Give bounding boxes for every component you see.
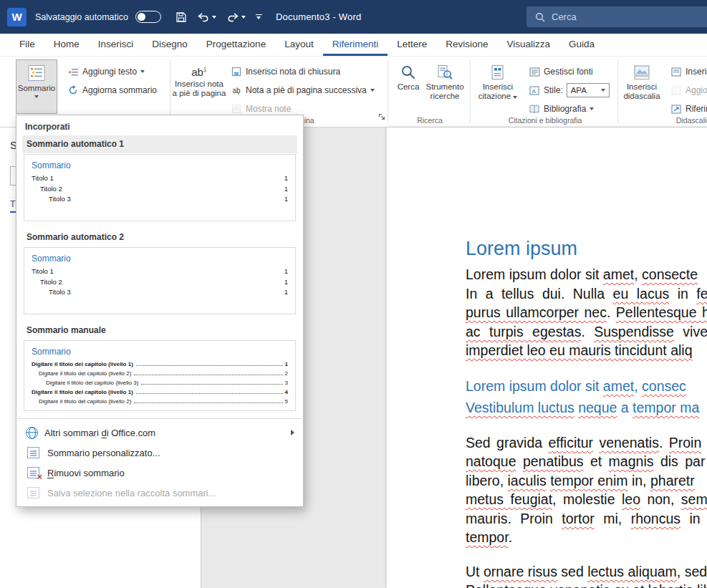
text-line: ac turpis egestas. Suspendisse viverr bbox=[466, 322, 707, 342]
customize-toolbar-button[interactable] bbox=[256, 14, 262, 20]
tab-riferimenti[interactable]: Riferimenti bbox=[323, 34, 388, 56]
spellcheck-squiggle: consecte bbox=[642, 266, 698, 282]
nota-chiusura-label: Inserisci nota di chiusura bbox=[246, 67, 340, 77]
tab-layout[interactable]: Layout bbox=[275, 34, 323, 56]
search-box[interactable]: Cerca bbox=[526, 6, 707, 27]
spellcheck-squiggle: consec bbox=[642, 378, 686, 394]
nota-chiusura-button[interactable]: Inserisci nota di chiusura bbox=[226, 63, 379, 80]
spellcheck-squiggle: leo bbox=[622, 491, 640, 507]
aggiungi-testo-button[interactable]: Aggiungi testo bbox=[63, 63, 161, 80]
spellcheck-squiggle: pharetr bbox=[650, 473, 695, 488]
spellcheck-squiggle: Suspendisse bbox=[594, 324, 674, 339]
submenu-chevron-icon bbox=[291, 430, 294, 435]
aggiorna-sommario-button[interactable]: Aggiorna sommario bbox=[63, 82, 161, 99]
spellcheck-squiggle: tempor ma bbox=[633, 400, 699, 415]
paragraph: Sed gravida efficitur venenatis. Proinna… bbox=[466, 433, 707, 547]
riferimento-incrociato-label: Riferimento bbox=[686, 104, 707, 114]
toc-gallery-title: Sommario manuale bbox=[22, 322, 297, 339]
toc-preview-row: Digitare il titolo del capitolo (livello… bbox=[32, 369, 288, 378]
spellcheck-squiggle: imperdiet leo eu mauris tincidunt aliq bbox=[466, 342, 693, 358]
chevron-down-icon bbox=[513, 96, 517, 99]
menu-item-altri-sommari-office[interactable]: Altri sommari di Office.com bbox=[16, 423, 303, 443]
toc-preview-row: Titolo 31 bbox=[32, 194, 288, 205]
save-icon bbox=[175, 11, 187, 23]
text-line: mauris. Proin tortor mi, rhoncus in bbox=[466, 509, 707, 529]
gestisci-fonti-label: Gestisci fonti bbox=[544, 67, 593, 77]
bibliography-icon bbox=[529, 103, 540, 115]
tab-guida[interactable]: Guida bbox=[559, 34, 604, 56]
group-didascalie: Inseriscididascalia Inserisci Aggiorna R… bbox=[622, 59, 707, 127]
bibliografia-button[interactable]: Bibliografia bbox=[524, 100, 614, 117]
gestisci-fonti-button[interactable]: Gestisci fonti bbox=[524, 63, 614, 80]
text-line: Vestibulum luctus neque a tempor ma bbox=[466, 397, 707, 418]
tab-home[interactable]: Home bbox=[44, 34, 89, 56]
aggiorna-sommario-label: Aggiorna sommario bbox=[82, 85, 157, 95]
chevron-down-icon bbox=[140, 70, 145, 73]
toc-dropdown-menu: Incorporati Sommario automatico 1Sommari… bbox=[16, 115, 304, 507]
toc-gallery-item[interactable]: Sommario manualeSommarioDigitare il tito… bbox=[16, 322, 303, 411]
spellcheck-squiggle: Proin bbox=[669, 435, 702, 450]
redo-button[interactable] bbox=[226, 12, 246, 22]
menu-item-label: Altri sommari di Office.com bbox=[44, 428, 155, 438]
tab-disegno[interactable]: Disegno bbox=[143, 34, 197, 56]
chevron-down-icon bbox=[212, 16, 216, 19]
text-line: Pellentesque venenatis ex et lobortis li… bbox=[466, 581, 707, 588]
nota-successiva-button[interactable]: ab̦ Nota a piè di pagina successiva bbox=[226, 82, 379, 99]
inserisci-didascalia-button[interactable]: Inseriscididascalia bbox=[622, 59, 662, 114]
save-button[interactable] bbox=[175, 11, 187, 23]
search-icon bbox=[535, 12, 545, 22]
menu-divider bbox=[18, 418, 302, 419]
tab-lettere[interactable]: Lettere bbox=[388, 34, 436, 56]
add-text-icon bbox=[67, 66, 79, 77]
tab-visualizza[interactable]: Visualizza bbox=[498, 34, 560, 56]
spellcheck-squiggle: neque bbox=[578, 400, 617, 415]
group-separator bbox=[388, 60, 388, 123]
update-table-figures-icon bbox=[670, 85, 682, 96]
text-line: purus ullamcorper nec. Pellentesque h bbox=[466, 303, 707, 322]
spellcheck-squiggle: amet bbox=[603, 266, 634, 282]
spellcheck-squiggle: tempor enim bbox=[550, 473, 627, 488]
toc-gallery-preview: SommarioTitolo 11Titolo 21Titolo 31 bbox=[24, 247, 296, 314]
group-separator bbox=[617, 60, 618, 123]
spellcheck-squiggle: Pellentesque h bbox=[616, 304, 707, 320]
riferimento-incrociato-button[interactable]: Riferimento bbox=[666, 100, 707, 117]
spellcheck-squiggle: rhoncus bbox=[631, 511, 680, 526]
word-app-icon[interactable]: W bbox=[7, 8, 27, 26]
menu-item-rimuovi-sommario[interactable]: Rimuovi sommario bbox=[16, 463, 303, 483]
autosave-toggle[interactable] bbox=[135, 11, 161, 23]
refresh-icon bbox=[67, 85, 79, 96]
menu-item-label: Rimuovi sommario bbox=[47, 468, 125, 478]
spellcheck-squiggle: ornare risus bbox=[484, 564, 557, 579]
cerca-button[interactable]: Cerca bbox=[393, 59, 424, 114]
tab-revisione[interactable]: Revisione bbox=[436, 34, 497, 56]
group-ricerca-label: Ricerca bbox=[393, 116, 467, 125]
toc-gallery-preview: SommarioTitolo 11Titolo 21Titolo 31 bbox=[24, 154, 296, 221]
undo-button[interactable] bbox=[197, 12, 216, 22]
stile-dropdown[interactable]: APA bbox=[567, 83, 610, 97]
tab-progettazione[interactable]: Progettazione bbox=[197, 34, 275, 56]
document-page[interactable]: Lorem ipsum Lorem ipsum dolor sit amet, … bbox=[387, 127, 707, 588]
chevron-down-icon bbox=[601, 89, 605, 92]
text-line: metus feugiat, molestie leo non, sem bbox=[466, 490, 707, 509]
dialog-launcher-icon[interactable] bbox=[378, 110, 385, 123]
titlebar: W Salvataggio automatico Documento3 - Wo… bbox=[0, 0, 707, 34]
spellcheck-squiggle: efficitur bbox=[549, 435, 594, 450]
text-line: In a tellus dui. Nulla eu lacus in felis bbox=[466, 284, 707, 304]
toc-preview-heading: Sommario bbox=[32, 160, 288, 170]
inserisci-citazione-button[interactable]: Inseriscicitazione bbox=[476, 59, 520, 114]
text-line: Lorem ipsum dolor sit amet, consecte bbox=[466, 265, 707, 284]
inserisci-indice-button[interactable]: Inserisci bbox=[666, 63, 707, 80]
sommario-button[interactable]: Sommario bbox=[16, 59, 57, 114]
toc-gallery-item[interactable]: Sommario automatico 1SommarioTitolo 11Ti… bbox=[16, 135, 303, 221]
toc-gallery-title: Sommario automatico 1 bbox=[22, 135, 297, 153]
strumento-ricerche-button[interactable]: Strumentoricerche bbox=[424, 59, 466, 114]
chevron-down-icon bbox=[370, 89, 375, 92]
toc-gallery-item[interactable]: Sommario automatico 2SommarioTitolo 11Ti… bbox=[16, 228, 303, 314]
tab-inserisci[interactable]: Inserisci bbox=[89, 34, 143, 56]
group-citazioni-label: Citazioni e bibliografia bbox=[476, 116, 615, 125]
stile-value: APA bbox=[571, 86, 587, 95]
tab-file[interactable]: File bbox=[10, 34, 44, 56]
inserisci-nota-button[interactable]: ab1 Inserisci notaa piè di pagina bbox=[176, 59, 222, 114]
spellcheck-squiggle: Vestibulum luctus bbox=[466, 400, 574, 415]
menu-item-sommario-personalizzato[interactable]: Sommario personalizzato... bbox=[16, 443, 303, 463]
